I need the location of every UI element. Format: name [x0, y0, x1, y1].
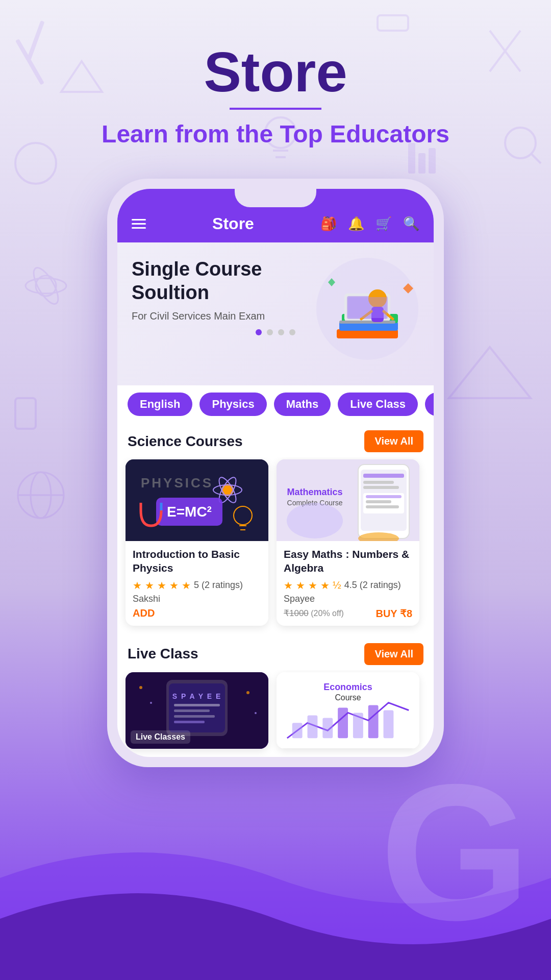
physics-author: Sakshi [133, 594, 261, 604]
hamburger-menu[interactable] [132, 219, 146, 229]
maths-discount: (20% off) [311, 609, 344, 618]
star-4: ★ [320, 579, 330, 592]
svg-text:S P A Y E E: S P A Y E E [172, 692, 221, 700]
chip-economics[interactable]: Econom... [425, 393, 434, 416]
watermark-g: G [380, 755, 531, 949]
app-content: Store 🎒 🔔 🛒 🔍 Single Course Soultion For… [117, 189, 434, 757]
star-5-half: ½ [333, 579, 341, 591]
phone-wrapper: Store 🎒 🔔 🛒 🔍 Single Course Soultion For… [0, 179, 551, 767]
star-1: ★ [284, 579, 293, 592]
svg-point-74 [246, 691, 249, 694]
dot-2[interactable] [267, 329, 273, 335]
svg-rect-80 [308, 715, 318, 738]
svg-rect-58 [366, 500, 391, 503]
chips-row: English Physics Maths Live Class Econom.… [117, 385, 434, 423]
svg-rect-69 [174, 709, 210, 712]
search-icon[interactable]: 🔍 [403, 216, 419, 232]
hero-illustration [306, 248, 429, 370]
chip-physics[interactable]: Physics [199, 393, 266, 416]
physics-rating-text: 5 (2 ratings) [194, 580, 243, 591]
maths-stars-row: ★ ★ ★ ★ ½ 4.5 (2 ratings) [284, 579, 412, 592]
live-class-card-2: Economics Course [277, 672, 419, 749]
star-3: ★ [157, 579, 166, 592]
svg-point-39 [221, 484, 234, 496]
maths-price-info: ₹1000 (20% off) [284, 608, 344, 619]
physics-add-button[interactable]: ADD [133, 607, 155, 619]
chip-english[interactable]: English [128, 393, 192, 416]
star-2: ★ [296, 579, 305, 592]
svg-rect-59 [366, 505, 399, 508]
svg-text:PHYSICS: PHYSICS [141, 475, 213, 491]
physics-price-row: ADD [133, 607, 261, 619]
svg-text:Course: Course [335, 693, 361, 701]
physics-card-title: Introduction to Basic Physics [133, 547, 261, 575]
phone-inner: Store 🎒 🔔 🛒 🔍 Single Course Soultion For… [117, 189, 434, 757]
svg-rect-81 [322, 718, 333, 738]
dot-1[interactable] [256, 329, 262, 335]
nav-icons: 🎒 🔔 🛒 🔍 [320, 216, 419, 232]
star-4: ★ [169, 579, 179, 592]
physics-card-image: PHYSICS [126, 459, 268, 541]
chip-maths[interactable]: Maths [274, 393, 331, 416]
svg-point-72 [139, 686, 142, 689]
svg-point-63 [287, 503, 343, 538]
svg-text:Mathematics: Mathematics [287, 487, 342, 497]
svg-point-75 [255, 712, 257, 714]
live-view-all-button[interactable]: View All [364, 643, 423, 665]
chip-live-class[interactable]: Live Class [338, 393, 418, 416]
dot-4[interactable] [289, 329, 295, 335]
page-title: Store [0, 41, 551, 103]
svg-rect-79 [292, 723, 303, 738]
svg-rect-68 [174, 704, 220, 706]
svg-rect-71 [174, 721, 205, 723]
maths-card-title: Easy Maths : Numbers & Algebra [284, 547, 412, 575]
science-section-title: Science Courses [128, 433, 243, 450]
live-section: Live Class View All [117, 634, 434, 757]
star-1: ★ [133, 579, 142, 592]
maths-rating-text: 4.5 (2 ratings) [344, 580, 401, 591]
science-view-all-button[interactable]: View All [364, 430, 423, 452]
hero-text-block: Single Course Soultion For Civil Service… [132, 258, 290, 322]
hero-title: Single Course Soultion [132, 258, 290, 304]
svg-text:E=MC²: E=MC² [167, 504, 212, 520]
hero-banner: Single Course Soultion For Civil Service… [117, 242, 434, 385]
header-subtitle: Learn from the Top Educators [0, 120, 551, 148]
maths-old-price: ₹1000 [284, 608, 309, 618]
maths-price-row: ₹1000 (20% off) BUY ₹8 [284, 607, 412, 620]
maths-card-body: Easy Maths : Numbers & Algebra ★ ★ ★ ★ ½… [277, 541, 419, 626]
physics-card-body: Introduction to Basic Physics ★ ★ ★ ★ ★ … [126, 541, 268, 625]
svg-rect-57 [366, 495, 402, 498]
star-2: ★ [145, 579, 154, 592]
physics-stars-row: ★ ★ ★ ★ ★ 5 (2 ratings) [133, 579, 261, 592]
svg-rect-84 [368, 705, 379, 738]
svg-rect-85 [384, 710, 394, 738]
cart-icon[interactable]: 🛒 [375, 216, 392, 232]
svg-rect-82 [338, 707, 348, 738]
live-label: Live Classes [131, 730, 190, 744]
science-cards-row: PHYSICS [117, 457, 434, 634]
star-5: ★ [182, 579, 191, 592]
svg-rect-53 [363, 474, 404, 478]
dot-3[interactable] [278, 329, 284, 335]
svg-rect-34 [348, 297, 387, 318]
maths-card-image: Mathematics Complete Course [277, 459, 419, 541]
science-section-header: Science Courses View All [117, 423, 434, 457]
live-section-title: Live Class [128, 646, 198, 662]
svg-text:Economics: Economics [323, 681, 372, 692]
nav-title: Store [212, 214, 254, 233]
physics-course-card: PHYSICS [126, 459, 268, 626]
hero-subtitle: For Civil Services Main Exam [132, 310, 290, 322]
svg-rect-54 [363, 481, 394, 484]
maths-buy-button[interactable]: BUY ₹8 [375, 607, 412, 620]
briefcase-icon[interactable]: 🎒 [320, 216, 337, 232]
live-card-2-image: Economics Course [277, 672, 419, 749]
star-3: ★ [308, 579, 317, 592]
svg-rect-29 [339, 321, 395, 324]
svg-point-73 [150, 702, 152, 704]
title-divider [230, 108, 321, 110]
svg-rect-66 [169, 683, 225, 732]
bell-icon[interactable]: 🔔 [348, 216, 364, 232]
phone-outer: Store 🎒 🔔 🛒 🔍 Single Course Soultion For… [107, 179, 444, 767]
maths-course-card: Mathematics Complete Course Easy Maths :… [277, 459, 419, 626]
svg-rect-70 [174, 715, 215, 718]
